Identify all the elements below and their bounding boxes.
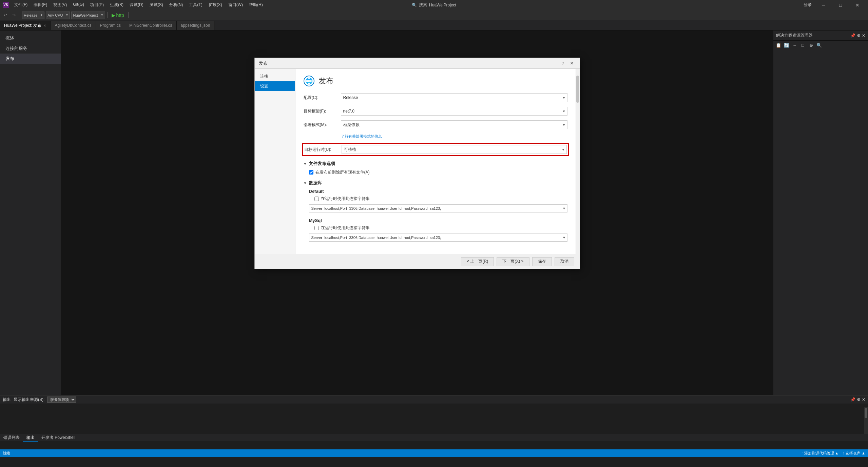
menu-project[interactable]: 项目(P)	[88, 1, 107, 8]
dialog-scrollbar[interactable]	[576, 69, 580, 254]
cancel-button[interactable]: 取消	[555, 257, 574, 266]
tab-error-list[interactable]: 错误列表	[0, 434, 23, 441]
settings-icon[interactable]: ⚙	[857, 33, 861, 38]
mysql-db-title: MySql	[309, 218, 567, 223]
sol-toolbar-btn-4[interactable]: □	[799, 42, 807, 49]
title-bar: VS 文件(F) 编辑(E) 视图(V) Git(G) 项目(P) 生成(B) …	[0, 0, 868, 10]
menu-debug[interactable]: 调试(D)	[127, 1, 146, 8]
toolbar-redo[interactable]: ↪	[11, 12, 18, 19]
prev-button[interactable]: < 上一页(R)	[461, 257, 494, 266]
default-use-checkbox[interactable]	[314, 197, 319, 201]
tab-publish-label: HuaWeiProject: 发布	[4, 23, 41, 28]
release-dropdown[interactable]: Release▼	[22, 12, 44, 19]
mysql-use-checkbox[interactable]	[314, 226, 319, 230]
sol-toolbar-search[interactable]: 🔍	[815, 42, 823, 49]
database-section: ▼ 数据库 Default 在运行时使用此连接字符串	[304, 180, 567, 242]
menu-view[interactable]: 视图(V)	[51, 1, 70, 8]
sidebar-item-publish[interactable]: 发布	[0, 54, 61, 64]
tab-output[interactable]: 输出	[23, 434, 38, 442]
default-db-section: Default 在运行时使用此连接字符串 Server=loc	[304, 189, 567, 212]
config-select[interactable]: Release ▼	[341, 93, 567, 102]
sol-toolbar-btn-3[interactable]: ←	[791, 42, 798, 49]
mysql-use-label: 在运行时使用此连接字符串	[321, 225, 370, 231]
save-button[interactable]: 保存	[532, 257, 552, 266]
tab-powershell[interactable]: 开发者 PowerShell	[38, 434, 79, 441]
dialog-help-button[interactable]: ?	[559, 60, 567, 67]
runtime-select[interactable]: 可移植 ▼	[342, 145, 567, 154]
menu-extensions[interactable]: 扩展(X)	[206, 1, 225, 8]
mysql-use-checkbox-row: 在运行时使用此连接字符串	[314, 225, 567, 231]
output-scrollbar[interactable]	[864, 407, 868, 434]
tab-appsettings[interactable]: appsettings.json	[177, 21, 215, 30]
framework-label: 目标框架(F):	[304, 108, 341, 114]
menu-build[interactable]: 生成(B)	[107, 1, 126, 8]
status-right: ↑ 添加到源代码管理 ▲ ↑ 选择仓库 ▲	[801, 451, 865, 456]
menu-window[interactable]: 窗口(W)	[226, 1, 246, 8]
dialog-close-button[interactable]: ✕	[568, 60, 576, 67]
delete-files-checkbox[interactable]	[309, 170, 313, 175]
tab-agility[interactable]: AgiletyDbContext.cs	[51, 21, 96, 30]
output-scroll-thumb[interactable]	[865, 408, 867, 418]
output-header-right: 📌 ⚙ ✕	[850, 397, 865, 402]
output-header: 输出 显示输出来源(S): 服务依赖项 📌 ⚙ ✕	[0, 395, 868, 404]
file-publish-header[interactable]: ▼ 文件发布选项	[304, 161, 567, 167]
tab-program[interactable]: Program.cs	[96, 21, 125, 30]
default-use-checkbox-row: 在运行时使用此连接字符串	[314, 196, 567, 202]
default-conn-arrow: ▼	[563, 207, 566, 210]
tab-publish-close[interactable]: ✕	[43, 24, 46, 27]
menu-file[interactable]: 文件(F)	[12, 1, 30, 8]
next-button[interactable]: 下一页(X) >	[497, 257, 529, 266]
tab-publish[interactable]: HuaWeiProject: 发布 ✕	[0, 21, 51, 30]
default-use-label: 在运行时使用此连接字符串	[321, 196, 370, 202]
menu-edit[interactable]: 编辑(E)	[31, 1, 50, 8]
project-dropdown[interactable]: HuaWeiProject▼	[71, 12, 105, 19]
deploy-info-link[interactable]: 了解有关部署模式的信息	[341, 134, 567, 139]
sol-toolbar-btn-2[interactable]: 🔄	[783, 42, 790, 49]
menu-help[interactable]: 帮助(H)	[246, 1, 266, 8]
dialog-scroll-thumb[interactable]	[576, 76, 579, 103]
output-scroll-area	[0, 407, 868, 434]
login-label[interactable]: 登录	[804, 2, 812, 8]
main-content: 概述 连接的服务 发布 发布 ? ✕ 连接	[0, 31, 868, 395]
config-value: Release	[343, 95, 358, 100]
tab-miniscreen[interactable]: MiniScreenController.cs	[125, 21, 177, 30]
menu-git[interactable]: Git(G)	[70, 1, 87, 8]
deploy-select[interactable]: 框架依赖 ▼	[341, 120, 567, 129]
database-header[interactable]: ▼ 数据库	[304, 180, 567, 186]
title-bar-left: VS 文件(F) 编辑(E) 视图(V) Git(G) 项目(P) 生成(B) …	[3, 1, 266, 8]
close-icon[interactable]: ✕	[862, 33, 865, 38]
minimize-button[interactable]: ─	[816, 0, 831, 10]
sol-toolbar-btn-5[interactable]: ⊕	[807, 42, 815, 49]
menu-test[interactable]: 测试(S)	[147, 1, 166, 8]
default-conn-string[interactable]: Server=localhost;Port=3306;Database=huaw…	[309, 204, 567, 212]
tab-agility-label: AgiletyDbContext.cs	[55, 23, 91, 28]
run-button[interactable]: ▶ http	[110, 12, 126, 19]
sidebar: 概述 连接的服务 发布	[0, 31, 61, 395]
menu-analyze[interactable]: 分析(N)	[167, 1, 186, 8]
output-pin-icon[interactable]: 📌	[850, 397, 855, 402]
dialog-nav-connect[interactable]: 连接	[255, 72, 295, 81]
mysql-conn-string[interactable]: Server=localhost;Port=3306;Database=huaw…	[309, 234, 567, 242]
toolbar-undo[interactable]: ↩	[2, 12, 9, 19]
output-close-icon[interactable]: ✕	[862, 397, 865, 402]
output-title: 输出	[3, 397, 11, 403]
pin-icon[interactable]: 📌	[850, 33, 855, 38]
sidebar-item-connected-services[interactable]: 连接的服务	[0, 43, 61, 54]
tab-appsettings-label: appsettings.json	[181, 23, 210, 28]
sidebar-item-overview[interactable]: 概述	[0, 33, 61, 43]
output-source-select[interactable]: 服务依赖项	[47, 397, 76, 403]
cpu-dropdown[interactable]: Any CPU▼	[46, 12, 70, 19]
runtime-row: 目标运行时(U): 可移植 ▼	[302, 143, 569, 156]
toolbar-sep-2	[107, 12, 108, 18]
mysql-conn-arrow: ▼	[563, 236, 566, 239]
output-settings-icon[interactable]: ⚙	[857, 397, 861, 402]
maximize-button[interactable]: □	[833, 0, 848, 10]
repo-btn[interactable]: ↑ 选择仓库 ▲	[843, 451, 866, 456]
framework-select[interactable]: net7.0 ▼	[341, 107, 567, 116]
dialog-nav-settings[interactable]: 设置	[255, 81, 295, 91]
source-control-btn[interactable]: ↑ 添加到源代码管理 ▲	[801, 451, 839, 456]
close-button[interactable]: ✕	[850, 0, 865, 10]
menu-tools[interactable]: 工具(T)	[186, 1, 205, 8]
sol-toolbar-btn-1[interactable]: 📋	[775, 42, 782, 49]
editor-area: 发布 ? ✕ 连接 设置	[61, 31, 773, 395]
